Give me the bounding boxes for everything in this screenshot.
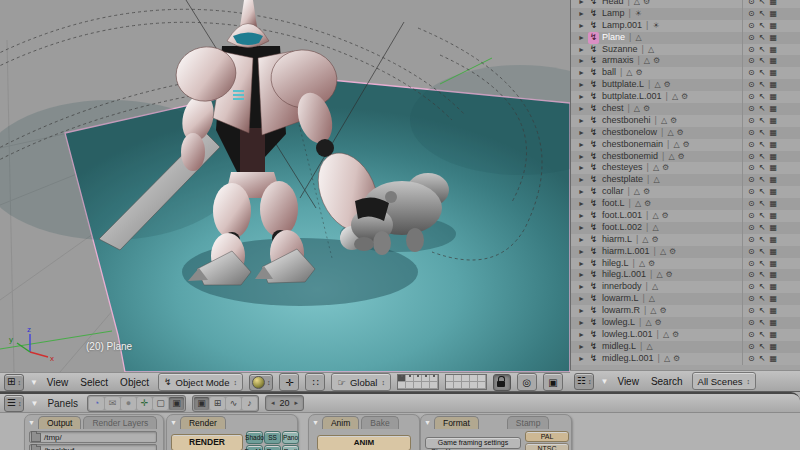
object-name[interactable]: armaxis [602, 55, 634, 67]
selectability-cursor-icon[interactable]: ↖ [759, 115, 766, 127]
visibility-eye-icon[interactable]: ⊙ [748, 79, 755, 91]
selectability-cursor-icon[interactable]: ↖ [759, 174, 766, 186]
visibility-eye-icon[interactable]: ⊙ [748, 269, 755, 281]
selectability-cursor-icon[interactable]: ↖ [759, 20, 766, 32]
tab-render-layers[interactable]: Render Layers [83, 416, 157, 429]
visibility-eye-icon[interactable]: ⊙ [748, 127, 755, 139]
anim-button[interactable]: ANIM [317, 435, 411, 450]
selectability-cursor-icon[interactable]: ↖ [759, 91, 766, 103]
visibility-eye-icon[interactable]: ⊙ [748, 67, 755, 79]
renderability-image-icon[interactable]: ▦ [769, 210, 777, 222]
frame-number-field[interactable]: ◂ 20 ▸ [265, 395, 304, 411]
outliner-row[interactable]: ►↯Lamp.001|☀⊙↖▦ [571, 20, 800, 32]
object-name[interactable]: foot.L [602, 198, 625, 210]
outliner-row[interactable]: ►↯hiarm.L.001|△⚙⊙↖▦ [571, 246, 800, 258]
selectability-cursor-icon[interactable]: ↖ [759, 44, 766, 56]
visibility-eye-icon[interactable]: ⊙ [748, 55, 755, 67]
lock-layers-button[interactable] [493, 374, 511, 391]
render-opengl-button[interactable]: ▣ [543, 373, 563, 391]
renderability-image-icon[interactable]: ▦ [769, 91, 777, 103]
outliner-row[interactable]: ►↯chest|△⚙⊙↖▦ [571, 103, 800, 115]
layer-button[interactable] [422, 375, 430, 382]
visibility-eye-icon[interactable]: ⊙ [748, 151, 755, 163]
visibility-eye-icon[interactable]: ⊙ [748, 44, 755, 56]
selectability-cursor-icon[interactable]: ↖ [759, 341, 766, 353]
outliner-editor-type-button[interactable]: ☷ ↕ [574, 373, 594, 390]
renderability-image-icon[interactable]: ▦ [769, 293, 777, 305]
expand-icon[interactable]: ► [578, 139, 588, 151]
draw-type-button[interactable]: ↕ [249, 374, 274, 391]
renderability-image-icon[interactable]: ▦ [769, 32, 777, 44]
visibility-eye-icon[interactable]: ⊙ [748, 115, 755, 127]
expand-icon[interactable]: ► [578, 0, 588, 8]
outliner-row[interactable]: ►↯lowleg.L|△⚙⊙↖▦ [571, 317, 800, 329]
preset-pal-button[interactable]: PAL [525, 431, 569, 442]
selectability-cursor-icon[interactable]: ↖ [759, 317, 766, 329]
selectability-cursor-icon[interactable]: ↖ [759, 281, 766, 293]
manipulator-button[interactable]: ✛ [279, 373, 299, 391]
menu-object[interactable]: Object [117, 377, 152, 388]
output-path-field[interactable]: /tmp/ [29, 431, 157, 443]
outliner-row[interactable]: ►↯lowleg.L.001|△⚙⊙↖▦ [571, 329, 800, 341]
menu-select[interactable]: Select [77, 377, 111, 388]
outliner-menu-search[interactable]: Search [648, 376, 686, 387]
expand-icon[interactable]: ► [578, 44, 588, 56]
object-name[interactable]: hileg.L.001 [602, 269, 646, 281]
outliner-row[interactable]: ►↯hileg.L|△⚙⊙↖▦ [571, 258, 800, 270]
visibility-eye-icon[interactable]: ⊙ [748, 186, 755, 198]
outliner-row[interactable]: ►↯chestbonemid|△⚙⊙↖▦ [571, 151, 800, 163]
tab-bake[interactable]: Bake [361, 416, 398, 429]
selectability-cursor-icon[interactable]: ↖ [759, 162, 766, 174]
layer-buttons-group2[interactable] [445, 374, 487, 390]
visibility-eye-icon[interactable]: ⊙ [748, 258, 755, 270]
anim-playback-icon[interactable]: ∿ [226, 397, 241, 410]
renderability-image-icon[interactable]: ▦ [769, 341, 777, 353]
object-name[interactable]: lowarm.R [602, 305, 640, 317]
renderability-image-icon[interactable]: ▦ [769, 103, 777, 115]
visibility-eye-icon[interactable]: ⊙ [748, 222, 755, 234]
visibility-eye-icon[interactable]: ⊙ [748, 317, 755, 329]
selectability-cursor-icon[interactable]: ↖ [759, 186, 766, 198]
renderability-image-icon[interactable]: ▦ [769, 0, 777, 8]
renderability-image-icon[interactable]: ▦ [769, 67, 777, 79]
renderability-image-icon[interactable]: ▦ [769, 246, 777, 258]
expand-icon[interactable]: ► [578, 293, 588, 305]
layer-button[interactable] [422, 382, 430, 389]
folder-icon[interactable] [31, 433, 41, 442]
expand-icon[interactable]: ► [578, 222, 588, 234]
panel-collapse-icon[interactable]: ▼ [312, 419, 319, 426]
selectability-cursor-icon[interactable]: ↖ [759, 127, 766, 139]
sequencer-icon[interactable]: ⊞ [210, 397, 225, 410]
renderability-image-icon[interactable]: ▦ [769, 162, 777, 174]
menu-view[interactable]: View [44, 377, 72, 388]
object-name[interactable]: Head [602, 0, 624, 8]
selectability-cursor-icon[interactable]: ↖ [759, 222, 766, 234]
renderability-image-icon[interactable]: ▦ [769, 329, 777, 341]
panel-collapse-icon[interactable]: ▼ [170, 419, 177, 426]
outliner-row[interactable]: ►↯Lamp|☀⊙↖▦ [571, 8, 800, 20]
layer-button[interactable] [398, 382, 406, 389]
visibility-eye-icon[interactable]: ⊙ [748, 8, 755, 20]
selectability-cursor-icon[interactable]: ↖ [759, 210, 766, 222]
selectability-cursor-icon[interactable]: ↖ [759, 103, 766, 115]
selectability-cursor-icon[interactable]: ↖ [759, 32, 766, 44]
outliner-row[interactable]: ►↯chestbonelow|△⚙⊙↖▦ [571, 127, 800, 139]
outliner-row[interactable]: ►↯innerbody|△⊙↖▦ [571, 281, 800, 293]
renderability-image-icon[interactable]: ▦ [769, 281, 777, 293]
preset-ntsc-button[interactable]: NTSC [525, 443, 569, 450]
editing-icon[interactable]: ▢ [153, 397, 168, 410]
selectability-cursor-icon[interactable]: ↖ [759, 151, 766, 163]
object-name[interactable]: chestplate [602, 174, 643, 186]
layer-button[interactable] [406, 382, 414, 389]
selectability-cursor-icon[interactable]: ↖ [759, 329, 766, 341]
renderability-image-icon[interactable]: ▦ [769, 198, 777, 210]
layer-button[interactable] [414, 382, 422, 389]
tab-format[interactable]: Format [434, 416, 479, 429]
renderability-image-icon[interactable]: ▦ [769, 353, 777, 365]
logic-icon[interactable]: ◔ [89, 397, 104, 410]
toggle-envma[interactable]: EnvMa [246, 445, 263, 450]
renderability-image-icon[interactable]: ▦ [769, 115, 777, 127]
outliner-menu-view[interactable]: View [614, 376, 642, 387]
sound-icon[interactable]: ♪ [242, 397, 257, 410]
object-name[interactable]: chesteyes [602, 162, 643, 174]
